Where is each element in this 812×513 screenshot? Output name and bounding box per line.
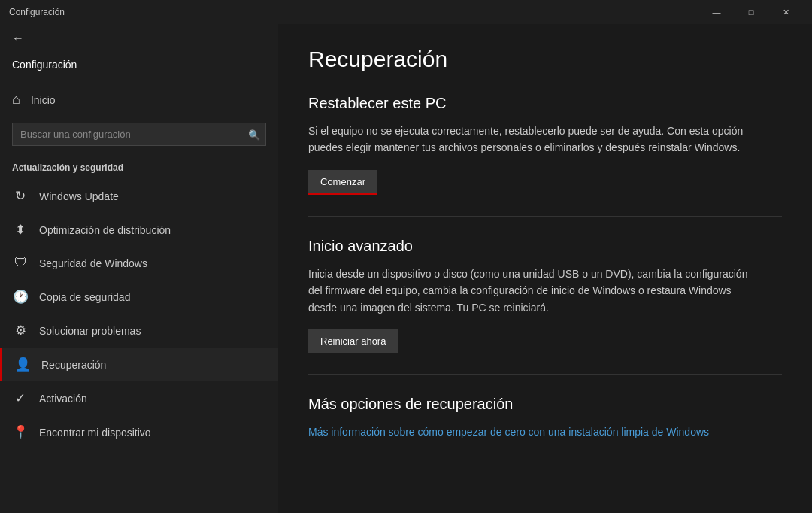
instalacion-limpia-link[interactable]: Más información sobre cómo empezar de ce… [308, 423, 759, 440]
sidebar-item-solucionar[interactable]: ⚙ Solucionar problemas [0, 314, 278, 348]
section-title-mas-opciones: Más opciones de recuperación [308, 396, 782, 413]
section-restablecer: Restablecer este PC Si el equipo no se e… [308, 95, 782, 195]
section-inicio-avanzado: Inicio avanzado Inicia desde un disposit… [308, 238, 782, 353]
sidebar-item-label: Windows Update [39, 190, 119, 202]
sidebar: ← Configuración ⌂ Inicio 🔍 Actualización… [0, 24, 278, 513]
title-bar-title: Configuración [9, 7, 699, 17]
app-container: ← Configuración ⌂ Inicio 🔍 Actualización… [0, 24, 812, 513]
sidebar-search: 🔍 [12, 123, 266, 146]
sidebar-item-copia[interactable]: 🕐 Copia de seguridad [0, 280, 278, 314]
windows-update-icon: ↻ [12, 188, 29, 204]
content-area: Recuperación Restablecer este PC Si el e… [278, 24, 812, 513]
section-description-restablecer: Si el equipo no se ejecuta correctamente… [308, 123, 759, 156]
divider-1 [308, 216, 782, 217]
sidebar-item-label: Activación [39, 393, 87, 405]
maximize-button[interactable]: □ [734, 0, 768, 24]
section-title-inicio-avanzado: Inicio avanzado [308, 238, 782, 255]
page-title: Recuperación [308, 47, 782, 72]
sidebar-app-title: Configuración [0, 53, 278, 83]
sidebar-item-seguridad[interactable]: 🛡 Seguridad de Windows [0, 247, 278, 280]
reiniciar-ahora-button[interactable]: Reiniciar ahora [308, 329, 398, 353]
copia-icon: 🕐 [12, 289, 29, 305]
search-icon: 🔍 [248, 129, 260, 140]
recuperacion-icon: 👤 [14, 357, 31, 372]
sidebar-item-label: Seguridad de Windows [39, 257, 147, 269]
sidebar-item-label: Copia de seguridad [39, 291, 130, 303]
sidebar-item-optimizacion[interactable]: ⬍ Optimización de distribución [0, 213, 278, 247]
section-mas-opciones: Más opciones de recuperación Más informa… [308, 396, 782, 440]
search-input[interactable] [12, 123, 266, 146]
title-bar-controls: — □ ✕ [699, 0, 803, 24]
comenzar-button[interactable]: Comenzar [308, 170, 377, 195]
sidebar-item-label: Encontrar mi dispositivo [39, 426, 151, 439]
sidebar-home-label: Inicio [31, 94, 56, 106]
section-title-restablecer: Restablecer este PC [308, 95, 782, 112]
back-button[interactable]: ← [0, 24, 278, 53]
sidebar-item-recuperacion[interactable]: 👤 Recuperación [0, 348, 278, 381]
solucionar-icon: ⚙ [12, 323, 29, 338]
sidebar-home[interactable]: ⌂ Inicio [0, 83, 278, 117]
sidebar-item-label: Optimización de distribución [39, 224, 171, 236]
section-description-inicio-avanzado: Inicia desde un dispositivo o disco (com… [308, 266, 759, 316]
sidebar-item-windows-update[interactable]: ↻ Windows Update [0, 179, 278, 213]
sidebar-section-title: Actualización y seguridad [0, 152, 278, 179]
minimize-button[interactable]: — [699, 0, 734, 24]
home-icon: ⌂ [12, 92, 20, 108]
sidebar-item-encontrar[interactable]: 📍 Encontrar mi dispositivo [0, 415, 278, 449]
sidebar-item-activacion[interactable]: ✓ Activación [0, 381, 278, 415]
divider-2 [308, 374, 782, 375]
sidebar-item-label: Solucionar problemas [39, 325, 141, 337]
sidebar-item-label: Recuperación [41, 359, 106, 371]
close-button[interactable]: ✕ [768, 0, 803, 24]
title-bar: Configuración — □ ✕ [0, 0, 812, 24]
encontrar-icon: 📍 [12, 424, 29, 440]
activacion-icon: ✓ [12, 390, 29, 406]
back-icon: ← [12, 32, 24, 45]
seguridad-icon: 🛡 [12, 256, 29, 271]
optimizacion-icon: ⬍ [12, 222, 29, 238]
